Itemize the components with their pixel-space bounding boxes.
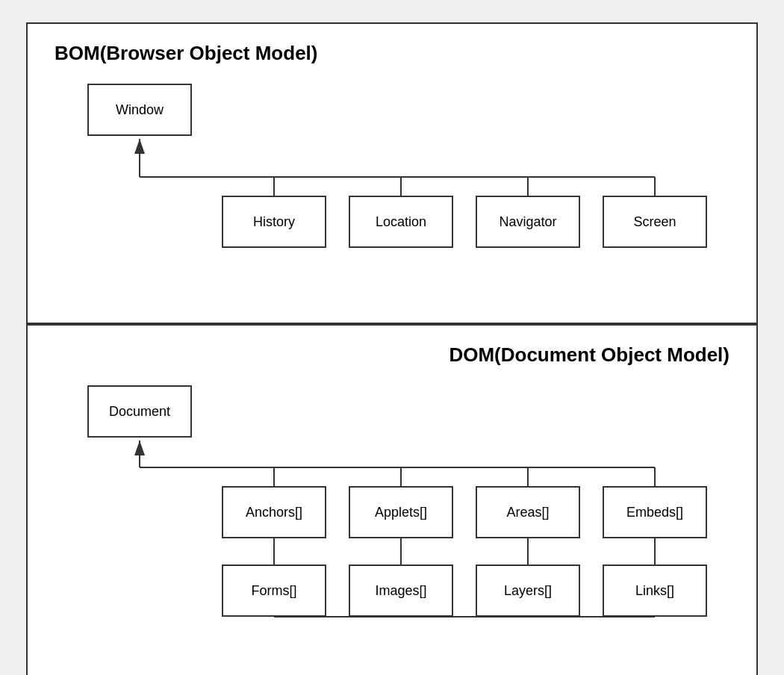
- bom-section: BOM(Browser Object Model): [26, 22, 758, 324]
- diagram-container: BOM(Browser Object Model): [26, 22, 758, 675]
- dom-content: Document Anchors[] Applets[] Areas[] Emb…: [43, 348, 741, 675]
- dom-section: DOM(Document Object Model): [26, 324, 758, 675]
- history-node: History: [222, 196, 326, 248]
- areas-node: Areas[]: [476, 486, 580, 538]
- dom-row2: Forms[] Images[] Layers[] Links[]: [222, 564, 707, 617]
- layers-node: Layers[]: [476, 564, 580, 617]
- document-node: Document: [87, 385, 192, 438]
- screen-node: Screen: [603, 196, 707, 248]
- links-node: Links[]: [603, 564, 707, 617]
- applets-node: Applets[]: [349, 486, 453, 538]
- embeds-node: Embeds[]: [603, 486, 707, 538]
- bom-children: History Location Navigator Screen: [222, 196, 707, 248]
- bom-content: Window History Location Navigator Screen: [43, 46, 741, 300]
- forms-node: Forms[]: [222, 564, 326, 617]
- navigator-node: Navigator: [476, 196, 580, 248]
- images-node: Images[]: [349, 564, 453, 617]
- location-node: Location: [349, 196, 453, 248]
- anchors-node: Anchors[]: [222, 486, 326, 538]
- window-node: Window: [87, 84, 192, 136]
- dom-row1: Anchors[] Applets[] Areas[] Embeds[]: [222, 486, 707, 538]
